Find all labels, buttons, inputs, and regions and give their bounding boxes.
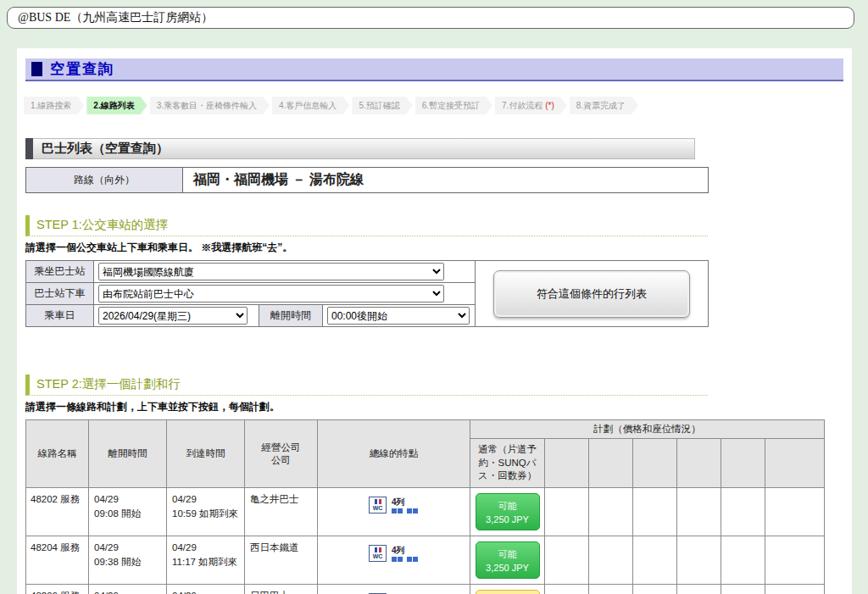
- plan-select-button[interactable]: 快些: [476, 590, 540, 594]
- wc-icon: WC: [369, 545, 387, 562]
- step-8-complete: 8.資票完成了: [570, 97, 638, 114]
- table-row: 48206 服務 04/29 10:08 開始 04/29 11:47 如期到來…: [26, 585, 825, 594]
- step1-note: 請選擇一個公交車站上下車和乘車日。 ※我選擇航班“去”。: [25, 241, 852, 255]
- title-marker-icon: [31, 62, 42, 76]
- col-company: 經營公司 公司: [245, 420, 318, 488]
- arrive-time: 04/29 11:17 如期到來: [167, 536, 245, 585]
- bus-features: WC 4列: [318, 488, 470, 536]
- step-3-passenger-input: 3.乘客數目・座椅條件輸入: [150, 97, 270, 114]
- col-plan-group: 計劃（價格和座位情況）: [470, 420, 825, 439]
- board-stop-select[interactable]: 福岡機場國際線航廈: [98, 263, 444, 280]
- table-row: 48204 服務 04/29 09:38 開始 04/29 11:17 如期到來…: [26, 536, 825, 585]
- bus-list-section-header: 巴士列表（空置查詢）: [25, 138, 695, 159]
- route-name-value: 福岡・福岡機場 － 湯布院線: [183, 168, 709, 193]
- bus-features: WC 4列: [318, 536, 470, 585]
- search-trips-button[interactable]: 符合這個條件的行列表: [493, 270, 690, 318]
- plan-select-button[interactable]: 可能 3,250 JPY: [476, 493, 540, 530]
- plan-cell: 快些: [470, 585, 545, 594]
- col-plan-normal: 通常（片道予約・SUNQパス・回数券）: [470, 439, 545, 488]
- seat-layout-icon: 4列: [392, 546, 419, 562]
- col-route-name: 線路名稱: [26, 420, 89, 488]
- depart-time-label: 離開時間: [259, 305, 323, 327]
- progress-steps: 1.線路搜索 2.線路列表 3.乘客數目・座椅條件輸入 4.客戶信息輸入 5.預…: [24, 97, 852, 114]
- main-content: 空置查詢 1.線路搜索 2.線路列表 3.乘客數目・座椅條件輸入 4.客戶信息輸…: [17, 48, 852, 594]
- site-title: @BUS DE（九州高速巴士訂房網站）: [18, 10, 213, 25]
- col-depart-time: 離開時間: [89, 420, 167, 488]
- step-6-provisional: 6.暫定接受預訂: [415, 97, 492, 114]
- plan-cell: 可能 3,250 JPY: [470, 488, 545, 536]
- arrive-time: 04/29 10:59 如期到來: [167, 488, 245, 536]
- board-stop-label: 乘坐巴士站: [26, 261, 94, 283]
- plan-select-button[interactable]: 可能 3,250 JPY: [476, 541, 540, 579]
- depart-time: 04/29 09:38 開始: [89, 536, 167, 585]
- step-7-payment: 7.付款流程 (*): [495, 97, 567, 114]
- route-name: 48206 服務: [26, 585, 89, 594]
- seat-layout-icon: 4列: [392, 497, 419, 514]
- bus-features: WC 4列: [318, 585, 470, 594]
- route-name: 48202 服務: [26, 488, 89, 536]
- page-title-banner: 空置查詢: [25, 58, 843, 81]
- step2-heading: STEP 2:選擇一個計劃和行: [25, 375, 708, 396]
- depart-time: 04/29 09:08 開始: [89, 488, 167, 536]
- step1-heading: STEP 1:公交車站的選擇: [25, 215, 708, 236]
- col-arrive-time: 到達時間: [167, 420, 245, 488]
- col-features: 總線的特點: [318, 420, 470, 488]
- ride-date-select[interactable]: 2026/04/29(星期三): [98, 307, 248, 325]
- company-name: 亀之井巴士: [245, 488, 318, 536]
- step2-note: 請選擇一條線路和計劃，上下車並按下按鈕，每個計劃。: [25, 400, 852, 414]
- search-button-cell: 符合這個條件的行列表: [476, 261, 709, 327]
- depart-time-select[interactable]: 00:00後開始: [327, 307, 470, 325]
- step-2-route-list: 2.線路列表: [86, 97, 147, 114]
- site-header: @BUS DE（九州高速巴士訂房網站）: [7, 7, 854, 29]
- step-5-confirm: 5.預訂確認: [352, 97, 412, 114]
- stop-selection-form: 乘坐巴士站 福岡機場國際線航廈 符合這個條件的行列表 巴士站下車 由布院站前巴士…: [25, 260, 709, 327]
- arrive-time: 04/29 11:47 如期到來: [167, 585, 245, 594]
- ride-date-label: 乘車日: [26, 305, 94, 327]
- step-4-customer-info: 4.客戶信息輸入: [272, 97, 349, 114]
- table-row: 48202 服務 04/29 09:08 開始 04/29 10:59 如期到來…: [26, 488, 825, 536]
- route-name: 48204 服務: [26, 536, 89, 585]
- route-table: 路線（向外） 福岡・福岡機場 － 湯布院線: [25, 167, 709, 193]
- company-name: 日田巴士: [245, 585, 318, 594]
- depart-time: 04/29 10:08 開始: [89, 585, 167, 594]
- alight-stop-select[interactable]: 由布院站前巴士中心: [98, 285, 444, 303]
- company-name: 西日本鐵道: [245, 536, 318, 585]
- route-direction-label: 路線（向外）: [26, 168, 183, 193]
- page-title: 空置查詢: [50, 59, 114, 79]
- wc-icon: WC: [369, 497, 387, 514]
- section-bar-icon: [25, 138, 33, 159]
- plan-cell: 可能 3,250 JPY: [470, 536, 545, 585]
- trip-plan-table: 線路名稱 離開時間 到達時間 經營公司 公司 總線的特點 計劃（價格和座位情況）…: [25, 419, 825, 594]
- step-1-route-search: 1.線路搜索: [24, 97, 84, 114]
- alight-stop-label: 巴士站下車: [26, 283, 94, 305]
